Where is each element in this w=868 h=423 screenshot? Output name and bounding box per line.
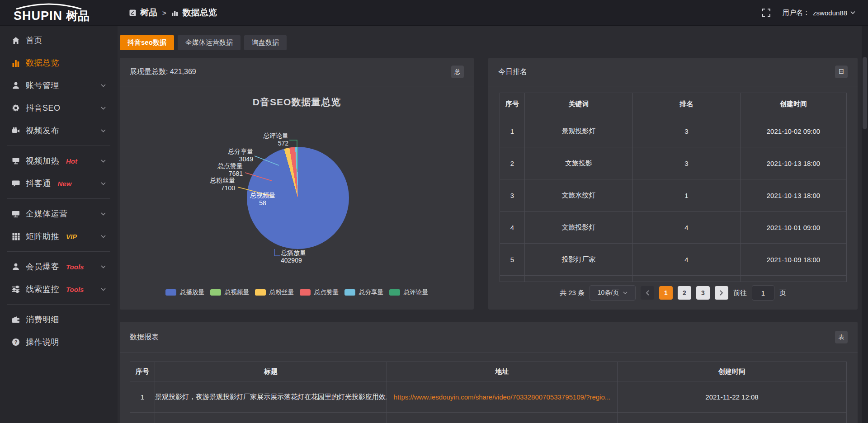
fullscreen-icon[interactable] — [762, 8, 771, 17]
table-row: 2文旅投影 32021-10-13 18:00 — [500, 147, 847, 179]
day-badge-button[interactable]: 日 — [835, 66, 848, 78]
chevron-down-icon — [623, 291, 627, 295]
legend-item[interactable]: 总评论量 — [389, 288, 428, 296]
legend-swatch — [165, 289, 176, 296]
page-button-3[interactable]: 3 — [696, 286, 710, 300]
logo-arc — [14, 3, 83, 9]
ranking-title: 今日排名 — [498, 67, 527, 77]
home-icon — [12, 37, 20, 44]
pie-legend: 总播放量 总视频量 总粉丝量 总点赞量 总分享量 总评论量 — [120, 288, 474, 296]
legend-item[interactable]: 总播放量 — [165, 288, 204, 296]
prev-page-button[interactable] — [641, 286, 654, 300]
scrollbar-thumb[interactable] — [863, 57, 867, 129]
breadcrumb: 树品 > 数据总览 — [129, 7, 217, 19]
sidebar-item-data-overview[interactable]: 数据总览 — [0, 52, 118, 74]
pagination: 共 23 条 10条/页 1 2 3 前往 页 — [488, 285, 858, 301]
chevron-down-icon — [850, 11, 855, 14]
breadcrumb-separator: > — [162, 9, 166, 17]
table-row: 1景观投影灯 32021-10-02 09:00 — [500, 115, 847, 147]
table-row: 1 景观投影灯，夜游景观投影灯厂家展示展示落花灯在花园里的灯光投影应用效果 # … — [130, 381, 847, 413]
legend-swatch — [344, 289, 355, 296]
total-badge-button[interactable]: 总 — [451, 66, 464, 78]
next-page-button[interactable] — [715, 286, 728, 300]
sidebar-item-instructions[interactable]: ? 操作说明 — [0, 331, 118, 353]
hot-tag: Hot — [66, 157, 77, 165]
chevron-down-icon — [101, 265, 106, 268]
display-icon — [12, 157, 20, 165]
page-button-2[interactable]: 2 — [678, 286, 691, 300]
chevron-down-icon — [101, 235, 106, 238]
ranking-panel: 今日排名 日 序号 关键词 排名 创建时间 1景观投影灯 32021-10-02… — [488, 58, 858, 310]
user-menu[interactable]: 用户名：zswodun88 — [783, 9, 855, 17]
scrollbar-track[interactable] — [862, 25, 868, 423]
bar-chart-icon — [171, 9, 179, 16]
tools-tag: Tools — [66, 286, 84, 293]
top-bar: SHUPIN 树品 树品 > 数据总览 用户名：zswodun88 — [0, 0, 868, 26]
chevron-down-icon — [101, 129, 106, 132]
data-tabs: 抖音seo数据 全媒体运营数据 询盘数据 — [120, 35, 287, 50]
chat-bubble-icon — [12, 180, 20, 188]
question-circle-icon: ? — [12, 338, 20, 346]
logo-text-cn: 树品 — [66, 8, 90, 24]
legend-swatch — [389, 289, 400, 296]
legend-item[interactable]: 总视频量 — [210, 288, 249, 296]
pie-label-plays: 总播放量402909 — [281, 249, 306, 264]
goto-suffix: 页 — [779, 289, 786, 297]
sidebar-item-member-burst[interactable]: 会员爆客 Tools — [0, 255, 118, 278]
table-badge-button[interactable]: 表 — [835, 331, 848, 343]
chevron-down-icon — [101, 288, 106, 291]
app-square-icon — [129, 9, 136, 16]
legend-swatch — [300, 289, 311, 296]
chevron-down-icon — [101, 107, 106, 110]
pie-label-fans: 总粉丝量7100 — [210, 177, 235, 192]
legend-item[interactable]: 总粉丝量 — [255, 288, 294, 296]
sidebar-item-video-publish[interactable]: 视频发布 — [0, 119, 118, 142]
sidebar: 首页 数据总览 账号管理 抖音SEO — [0, 25, 118, 423]
breadcrumb-root[interactable]: 树品 — [140, 7, 157, 19]
pagination-total: 共 23 条 — [560, 289, 585, 297]
sidebar-item-matrix-boost[interactable]: 矩阵助推 VIP — [0, 225, 118, 248]
sidebar-item-home[interactable]: 首页 — [0, 29, 118, 52]
sidebar-item-douyin-seo[interactable]: 抖音SEO — [0, 97, 118, 119]
vip-tag: VIP — [66, 233, 77, 240]
app-logo: SHUPIN 树品 — [0, 2, 118, 24]
legend-swatch — [210, 289, 221, 296]
username-value: zswodun88 — [813, 9, 847, 17]
video-link[interactable]: https://www.iesdouyin.com/share/video/70… — [394, 393, 611, 401]
wallet-icon — [12, 316, 20, 323]
logo-text-en: SHUPIN — [14, 9, 62, 23]
table-row: 3文旅水纹灯 12021-10-13 18:00 — [500, 179, 847, 212]
monitor-icon — [12, 210, 20, 218]
page-size-select[interactable]: 10条/页 — [590, 285, 636, 301]
chevron-down-icon — [101, 84, 106, 87]
legend-item[interactable]: 总点赞量 — [300, 288, 339, 296]
tab-douyin-seo-data[interactable]: 抖音seo数据 — [120, 35, 174, 50]
sidebar-item-lead-monitor[interactable]: 线索监控 Tools — [0, 278, 118, 301]
grid-icon — [12, 233, 20, 240]
tab-media-operation-data[interactable]: 全媒体运营数据 — [178, 35, 241, 50]
impressions-panel: 展现量总数: 421,369 总 D音SEO数据量总览 总评论量572 总分享量… — [120, 58, 474, 310]
impressions-title: 展现量总数: 421,369 — [130, 67, 196, 77]
chevron-down-icon — [101, 160, 106, 163]
chevron-left-icon — [646, 290, 649, 296]
sidebar-item-video-heat[interactable]: 视频加热 Hot — [0, 150, 118, 172]
bar-chart-icon — [12, 59, 20, 67]
tab-inquiry-data[interactable]: 询盘数据 — [244, 35, 287, 50]
pie-label-shares: 总分享量3049 — [228, 148, 253, 163]
page-button-1[interactable]: 1 — [659, 286, 673, 300]
legend-item[interactable]: 总分享量 — [344, 288, 383, 296]
pie-label-likes: 总点赞量7681 — [217, 162, 243, 178]
sidebar-item-doukctong[interactable]: 抖客通 New — [0, 172, 118, 195]
ranking-table: 序号 关键词 排名 创建时间 1景观投影灯 32021-10-02 09:00 … — [500, 93, 847, 282]
sidebar-divider — [7, 198, 110, 199]
report-title: 数据报表 — [130, 333, 159, 342]
sidebar-item-accounts[interactable]: 账号管理 — [0, 74, 118, 97]
goto-page-input[interactable] — [752, 285, 774, 301]
report-table: 序号 标题 地址 创建时间 1 景观投影灯，夜游景观投影灯厂家展示展示落花灯在花… — [130, 362, 847, 423]
pie-label-comments: 总评论量572 — [263, 132, 288, 147]
sidebar-item-media-operation[interactable]: 全媒体运营 — [0, 202, 118, 225]
user-icon — [12, 263, 20, 271]
tools-tag: Tools — [66, 263, 84, 271]
new-tag: New — [58, 180, 72, 188]
sidebar-item-spend-details[interactable]: 消费明细 — [0, 308, 118, 331]
